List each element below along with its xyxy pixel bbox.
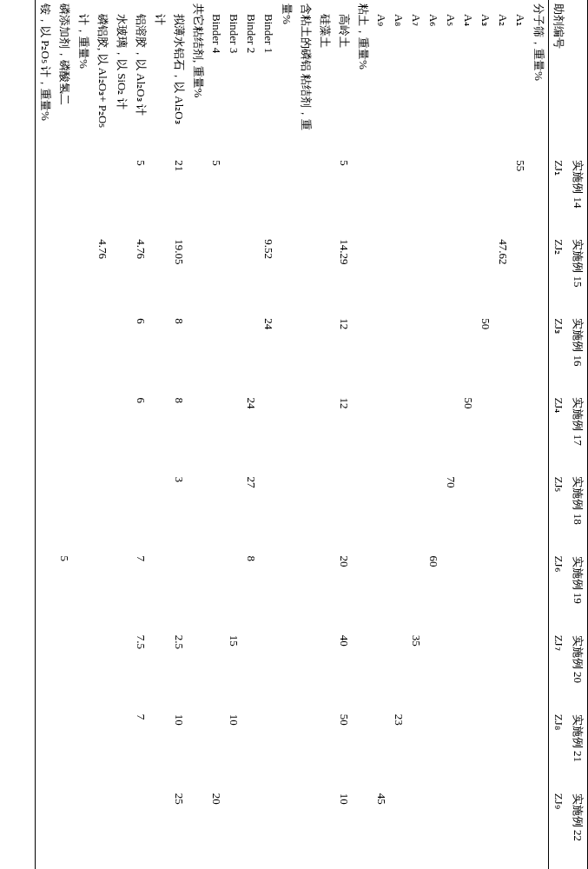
data-cell (494, 553, 512, 632)
data-cell (494, 156, 512, 235)
data-cell: 14.29 (334, 235, 353, 315)
data-cell (315, 394, 334, 473)
row-aid-number: 助剂编号ZJ₁ZJ₂ZJ₃ZJ₄ZJ₅ZJ₆ZJ₇ZJ₈ZJ₉ (549, 0, 569, 869)
data-cell (36, 394, 56, 473)
data-cell: 55 (512, 156, 529, 235)
data-cell (390, 235, 407, 315)
data-cell (260, 632, 277, 711)
data-cell (353, 235, 373, 315)
data-cell (373, 711, 390, 790)
aid-id-cell: ZJ₅ (549, 473, 569, 552)
table-row: A₅70 (442, 0, 459, 869)
row-label: 高岭土 (334, 0, 353, 156)
data-cell (93, 473, 112, 552)
data-cell (74, 394, 93, 473)
data-cell (55, 473, 74, 552)
data-cell: 10 (225, 711, 242, 790)
data-cell (188, 711, 208, 790)
data-cell (277, 711, 296, 790)
data-cell (296, 394, 315, 473)
table-row: 磷添加剂，磷酸氢二5 (55, 0, 74, 869)
data-cell (55, 711, 74, 790)
data-cell (459, 632, 477, 711)
row-label: 粘土，重量% (353, 0, 373, 156)
data-cell (93, 315, 112, 394)
data-cell (74, 156, 93, 235)
table-page: 实施例 14实施例 15实施例 16实施例 17实施例 18实施例 19实施例 … (0, 0, 588, 588)
data-cell (529, 473, 549, 552)
table-row: 拟薄水铝石，以 Al₂O₃2119.058832.51025 (169, 0, 188, 869)
data-cell (74, 235, 93, 315)
data-cell (529, 235, 549, 315)
data-cell: 20 (208, 790, 225, 869)
data-cell (353, 394, 373, 473)
data-cell (296, 553, 315, 632)
data-cell (390, 394, 407, 473)
data-cell (36, 315, 56, 394)
data-cell (277, 315, 296, 394)
data-cell (353, 315, 373, 394)
data-cell (425, 473, 442, 552)
data-cell (242, 315, 260, 394)
data-cell (188, 315, 208, 394)
data-cell (407, 553, 425, 632)
data-cell (407, 711, 425, 790)
data-cell: 12 (334, 315, 353, 394)
data-cell: 24 (260, 315, 277, 394)
data-cell (93, 156, 112, 235)
data-cell (373, 553, 390, 632)
table-row: A₇35 (407, 0, 425, 869)
data-cell: 15 (225, 632, 242, 711)
data-cell (150, 156, 169, 235)
data-cell (188, 394, 208, 473)
row-label: Binder 1 (260, 0, 277, 156)
data-cell (74, 711, 93, 790)
data-cell (296, 315, 315, 394)
row-label: A₄ (459, 0, 477, 156)
data-cell (529, 790, 549, 869)
table-row: A₈23 (390, 0, 407, 869)
data-cell (373, 473, 390, 552)
data-cell (93, 711, 112, 790)
data-cell (459, 790, 477, 869)
data-cell (494, 315, 512, 394)
row-label: Binder 4 (208, 0, 225, 156)
row-label: Binder 2 (242, 0, 260, 156)
data-cell (494, 790, 512, 869)
data-cell (112, 315, 131, 394)
data-cell (131, 473, 150, 552)
data-cell (459, 315, 477, 394)
data-cell (315, 156, 334, 235)
data-cell (494, 394, 512, 473)
row-label: A₈ (390, 0, 407, 156)
data-cell (55, 632, 74, 711)
aid-id-cell: ZJ₉ (549, 790, 569, 869)
data-cell (494, 473, 512, 552)
data-cell (36, 711, 56, 790)
data-cell: 6 (131, 394, 150, 473)
table-row: A₁55 (512, 0, 529, 869)
data-cell (512, 711, 529, 790)
data-cell (208, 315, 225, 394)
row-label: Binder 3 (225, 0, 242, 156)
table-row: A₃50 (477, 0, 494, 869)
data-cell: 5 (55, 553, 74, 632)
data-cell (315, 235, 334, 315)
data-cell: 4.76 (93, 235, 112, 315)
data-cell (208, 632, 225, 711)
data-cell (112, 790, 131, 869)
data-cell: 50 (477, 315, 494, 394)
data-cell (442, 790, 459, 869)
table-row: A₉45 (373, 0, 390, 869)
data-cell (425, 790, 442, 869)
data-cell (112, 235, 131, 315)
data-cell (477, 553, 494, 632)
data-cell (150, 790, 169, 869)
data-cell (425, 315, 442, 394)
data-cell (512, 790, 529, 869)
data-cell: 35 (407, 632, 425, 711)
data-cell (373, 235, 390, 315)
data-cell (373, 632, 390, 711)
data-cell: 20 (334, 553, 353, 632)
data-cell: 6 (131, 315, 150, 394)
